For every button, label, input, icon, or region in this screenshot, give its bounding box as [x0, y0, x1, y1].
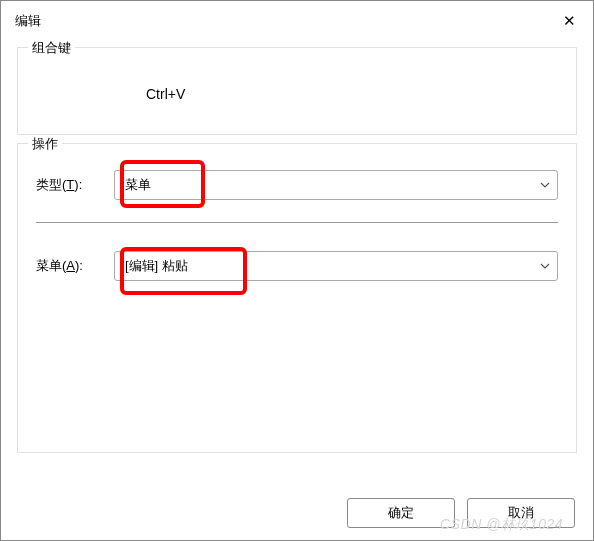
dialog-content: 组合键 Ctrl+V 操作 类型(T): 菜单 菜单(A): [编辑] 粘贴 — [1, 47, 593, 453]
menu-select[interactable]: [编辑] 粘贴 — [114, 251, 558, 281]
type-select[interactable]: 菜单 — [114, 170, 558, 200]
action-group-label: 操作 — [28, 135, 62, 153]
ok-button[interactable]: 确定 — [347, 498, 455, 528]
menu-select-wrap: [编辑] 粘贴 — [114, 251, 558, 281]
menu-row: 菜单(A): [编辑] 粘贴 — [36, 251, 558, 281]
action-group: 操作 类型(T): 菜单 菜单(A): [编辑] 粘贴 — [17, 143, 577, 453]
shortcut-group-label: 组合键 — [28, 39, 75, 57]
cancel-button[interactable]: 取消 — [467, 498, 575, 528]
close-icon[interactable]: ✕ — [559, 12, 579, 30]
menu-label: 菜单(A): — [36, 257, 114, 275]
shortcut-value: Ctrl+V — [146, 86, 558, 102]
type-label: 类型(T): — [36, 176, 114, 194]
menu-select-value: [编辑] 粘贴 — [125, 257, 188, 275]
divider — [36, 222, 558, 223]
type-row: 类型(T): 菜单 — [36, 170, 558, 200]
dialog-footer: 确定 取消 — [347, 498, 575, 528]
window-title: 编辑 — [15, 12, 41, 30]
type-select-wrap: 菜单 — [114, 170, 558, 200]
titlebar: 编辑 ✕ — [1, 1, 593, 39]
type-select-value: 菜单 — [125, 176, 151, 194]
shortcut-group: 组合键 Ctrl+V — [17, 47, 577, 135]
